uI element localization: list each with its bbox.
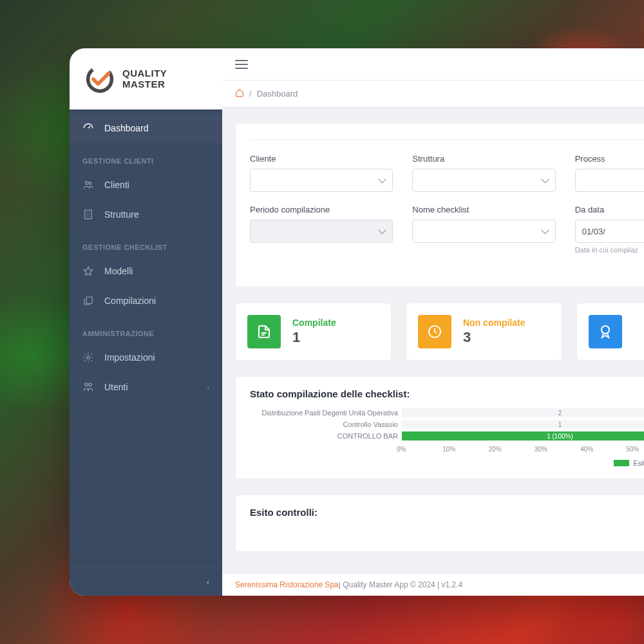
hamburger-icon[interactable] [235,60,248,69]
divider [250,139,644,140]
chart-axis: 0% 10% 20% 30% 40% 50% 60% [402,446,644,453]
chart-bar: 1 (100%) [402,431,644,440]
filter-processo-label: Process [575,154,644,164]
nav-label: Modelli [104,266,133,276]
stat-third [576,303,644,361]
main: / Dashboard Cliente Struttura Process [222,48,644,596]
chart-category: Controllo Vassoio [250,421,398,428]
footer-brand[interactable]: Serenissima Ristorazione Spa [235,580,339,589]
home-icon[interactable] [235,88,244,99]
logo-text: QUALITY MASTER [122,68,167,90]
nav-section-checklist: GESTIONE CHECKLIST [70,229,222,256]
filter-nomechecklist-label: Nome checklist [412,205,555,214]
nav-label: Impostazioni [104,352,155,363]
filter-struttura-label: Struttura [412,154,555,164]
topbar [222,48,644,80]
gauge-icon [82,122,94,134]
stat-noncompilate-label: Non compilate [463,317,525,328]
chart-area: Distribuzione Pasti Degenti Unità Operat… [250,407,644,467]
svg-rect-4 [86,297,92,304]
chart-tick: 20% [489,446,535,453]
chart-row: Distribuzione Pasti Degenti Unità Operat… [250,407,644,419]
chart-track: 2 [402,408,644,417]
nav-clienti[interactable]: Clienti [70,170,222,200]
stat-compilate-value: 1 [292,329,336,346]
chart-track: 1 [402,420,644,429]
logo-mark-icon [85,64,115,94]
footer: Serenissima Ristorazione Spa | Quality M… [222,573,644,596]
filter-cliente-label: Cliente [250,154,393,164]
svg-rect-3 [85,210,92,219]
svg-point-0 [85,64,115,94]
chevron-left-icon: ‹ [207,384,209,391]
nav-dashboard[interactable]: Dashboard [70,113,222,143]
nav-utenti[interactable]: Utenti ‹ [70,372,222,402]
nav-compilazioni[interactable]: Compilazioni [70,286,222,316]
chart-row: CONTROLLO BAR 1 (100%) [250,430,644,442]
nav-strutture[interactable]: Strutture [70,200,222,229]
filter-cliente-select[interactable] [250,169,393,192]
filter-periodo-select[interactable] [250,220,393,243]
nav: Dashboard GESTIONE CLIENTI Clienti Strut… [70,109,222,567]
chart-tick: 10% [442,446,488,453]
clock-icon [418,315,451,348]
filter-processo-select[interactable] [575,169,644,192]
content: Cliente Struttura Process Periodo compil… [222,108,644,573]
legend-swatch-green [614,460,629,466]
svg-point-1 [86,182,89,185]
award-icon [589,315,622,348]
chart-track: 1 (100%) [402,431,644,440]
sidebar-collapse[interactable]: ‹ [70,567,222,596]
filter-dadata-input[interactable] [575,220,644,243]
people-icon [82,381,94,393]
chart-tick: 30% [535,446,580,453]
filter-nomechecklist-select[interactable] [412,220,555,243]
logo: QUALITY MASTER [70,48,222,109]
nav-modelli[interactable]: Modelli [70,256,222,286]
stats-row: Compilate 1 Non compilate 3 [235,303,644,361]
chart-category: Distribuzione Pasti Degenti Unità Operat… [250,409,398,417]
chart-tick: 0% [397,446,442,453]
filter-card: Cliente Struttura Process Periodo compil… [235,123,644,287]
svg-point-5 [87,356,90,359]
esito-title: Esito controlli: [250,507,644,518]
svg-point-7 [89,383,92,386]
nav-label: Utenti [104,382,128,392]
sidebar: QUALITY MASTER Dashboard GESTIONE CLIENT… [70,48,222,596]
chart-legend: Esito positivo Es [250,459,644,467]
filter-dadata-label: Da data [575,205,644,214]
document-check-icon [247,315,281,348]
nav-label: Compilazioni [104,296,156,306]
svg-point-2 [89,182,91,185]
filter-struttura-select[interactable] [412,169,555,192]
nav-label: Strutture [104,209,139,220]
legend-label: Esito positivo [633,459,644,467]
filter-dadata-hint: Data in cui compilaz [575,245,644,254]
breadcrumb-current: Dashboard [257,89,298,99]
star-icon [82,265,94,277]
chart-total: 1 [558,421,562,428]
chart-tick: 40% [580,446,626,453]
chart-card: Stato compilazione delle checklist: Dist… [235,376,644,479]
nav-impostazioni[interactable]: Impostazioni [70,343,222,372]
app-window: QUALITY MASTER Dashboard GESTIONE CLIENT… [70,48,644,596]
chart-category: CONTROLLO BAR [250,432,398,440]
svg-point-6 [85,383,88,386]
footer-text: | Quality Master App © 2024 | v1.2.4 [339,580,463,589]
chart-title: Stato compilazione delle checklist: [250,388,644,399]
nav-label: Dashboard [104,123,149,133]
gear-icon [82,352,94,363]
stat-noncompilate-value: 3 [463,329,525,346]
breadcrumb-sep: / [249,89,252,99]
filter-periodo-label: Periodo compilazione [250,205,393,214]
legend-positive: Esito positivo [614,459,644,467]
building-icon [82,209,94,220]
logo-line1: QUALITY [122,68,167,79]
copy-icon [82,295,94,307]
nav-section-clienti: GESTIONE CLIENTI [70,143,222,170]
esito-card: Esito controlli: [235,495,644,552]
chart-total: 2 [558,410,562,417]
nav-label: Clienti [104,180,129,190]
stat-noncompilate: Non compilate 3 [406,303,562,361]
chart-row: Controllo Vassoio 1 [250,419,644,430]
